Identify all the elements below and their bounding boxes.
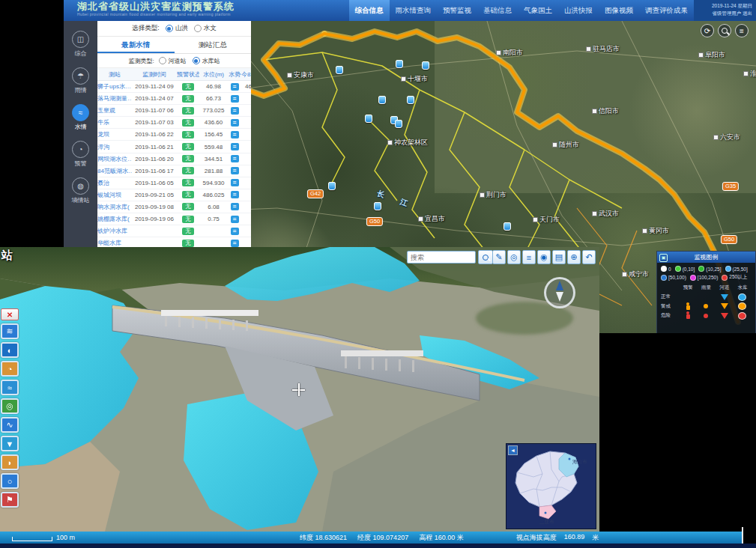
table-row[interactable]: 银城河坝 2019-09-21 05 无 486.025 = (97, 189, 251, 201)
search-input[interactable] (407, 251, 476, 264)
station-marker-icon[interactable] (407, 96, 414, 104)
compass[interactable] (544, 277, 575, 308)
legend-dot-icon (722, 275, 728, 281)
legend-title: 监视图例 (695, 253, 719, 261)
whirlpool-icon[interactable]: ◐ (1, 342, 19, 358)
flood-layer-icon[interactable]: ≋ (1, 323, 19, 339)
table-row[interactable]: 狮子ups水… 2019-11-24 09 无 46.98 = 46.99 (97, 81, 251, 93)
undo-icon[interactable]: ↶ (582, 250, 596, 264)
legend-drop-icon (738, 312, 746, 320)
legend-col: 预警 (679, 284, 697, 291)
table-row[interactable]: 龙坝 2019-11-06 22 无 156.45 = (97, 129, 251, 141)
minimap-toggle-icon[interactable]: ◄ (508, 445, 518, 455)
legend-header: ▣ 监视图例 (657, 252, 755, 263)
table-row[interactable]: 网坝湖水位… 2019-11-06 20 无 344.51 = (97, 153, 251, 165)
table-row[interactable]: 牛乐 2019-11-07 03 无 436.60 = (97, 117, 251, 129)
legend-dot-item: [100,250) (690, 274, 718, 281)
logout-link[interactable]: 退出 (743, 10, 752, 16)
table-row[interactable]: 响水洞水库( 2019-09-19 08 无 6.08 = (97, 201, 251, 213)
table-row[interactable]: 潭沟 2019-11-06 21 无 559.48 = (97, 141, 251, 153)
station-marker-icon[interactable] (328, 182, 336, 190)
table-row[interactable]: 84范畈湖水… 2019-11-06 17 无 281.88 = (97, 165, 251, 177)
nav-item[interactable]: 气象国土 (518, 0, 558, 21)
radio-option[interactable]: 水库站 (193, 57, 220, 65)
nav-item[interactable]: 图像视频 (599, 0, 639, 21)
status-badge: 无 (182, 216, 194, 223)
sidebar-item-label: 雨情 (75, 86, 87, 94)
天门市: 天门市 (533, 215, 560, 225)
legend-table-header: 预警 雨量 河道 水库 (661, 283, 752, 293)
ring-icon[interactable]: ○ (1, 473, 19, 489)
table-row[interactable]: 铁炉冲水库 无 = (97, 225, 251, 237)
search-icon[interactable] (718, 24, 731, 37)
station-marker-icon[interactable] (365, 115, 372, 123)
nav-item[interactable]: 综合信息 (349, 0, 390, 21)
flag-icon[interactable]: ⚑ (1, 492, 19, 508)
nav-item[interactable]: 调查评价成果 (639, 0, 694, 21)
panel-tab[interactable]: 最新水情 (97, 37, 175, 53)
search-button[interactable] (478, 250, 493, 264)
sidebar-item-rain[interactable]: ☂ 雨情 (64, 65, 97, 97)
sidebar-item-warning[interactable]: ◔ 预警 (64, 138, 97, 170)
status-badge: 无 (182, 143, 194, 150)
splash-icon[interactable]: ∿ (1, 417, 19, 433)
nav-item[interactable]: 山洪快报 (558, 0, 599, 21)
water-drop-icon[interactable]: ▼ (1, 436, 19, 451)
legend-row: 正常 (661, 293, 752, 302)
list-icon[interactable]: ≡ (522, 250, 536, 264)
viewer-3d-window[interactable]: 站 ✎◎≡◉▤⊕↶ ✕ ≋ ◐ ◔ ≈ (0, 247, 599, 532)
trend-badge: = (231, 167, 239, 174)
radio-option[interactable]: 河道站 (159, 57, 187, 65)
nav-item[interactable]: 基础信息 (477, 0, 518, 21)
layers-icon[interactable]: ≡ (735, 24, 749, 37)
legend-cell (697, 314, 715, 318)
table-row[interactable]: 落马湖测量… 2019-11-24 07 无 66.73 = (97, 93, 251, 105)
station-marker-icon[interactable] (504, 222, 511, 231)
nav-item[interactable]: 雨水情查询 (390, 0, 438, 21)
globe-icon[interactable]: ⊕ (567, 250, 581, 264)
sidebar-item-water[interactable]: ≈ 水情 (64, 102, 97, 133)
trend-badge: = (231, 119, 239, 127)
panel-tab[interactable]: 测站汇总 (175, 37, 252, 53)
sidebar-icon: ◫ (72, 31, 89, 48)
compass-south-needle-icon (556, 292, 563, 302)
station-marker-icon[interactable] (374, 202, 381, 210)
nav-item[interactable]: 预警监视 (437, 0, 477, 21)
radio-option[interactable]: 山洪 (166, 24, 188, 33)
viewer-side-tools: ≋ ◐ ◔ ≈ ◎ ∿ ▼ ◗ (1, 323, 19, 508)
radio-option[interactable]: 水文 (194, 24, 217, 33)
station-marker-icon[interactable] (378, 96, 386, 104)
table-row[interactable]: 聂治 2019-11-06 05 无 594.930 = (97, 177, 251, 189)
station-marker-icon[interactable] (396, 60, 403, 68)
sidebar-item-overview[interactable]: ◫ 综合 (64, 28, 97, 60)
南阳市: 南阳市 (496, 48, 523, 58)
trend-badge: = (231, 143, 239, 150)
station-marker-icon[interactable] (395, 120, 402, 128)
typhoon-icon[interactable]: ◔ (1, 361, 19, 377)
status-badge: 无 (182, 179, 194, 186)
station-marker-icon[interactable] (422, 61, 429, 70)
target-icon[interactable]: ◎ (1, 398, 19, 414)
table-row[interactable]: 姚棚露水库( 2019-09-19 06 无 0.75 = (97, 213, 251, 225)
legend-dot-icon (690, 275, 696, 281)
reset-view-icon[interactable]: ⟳ (701, 24, 714, 37)
trend-badge: = (231, 191, 239, 198)
trend-badge: = (231, 203, 239, 210)
G50: G50 (721, 235, 737, 244)
sidebar-item-label: 综合 (75, 49, 87, 58)
sidebar-item-soil[interactable]: ◍ 墒情站 (64, 175, 97, 207)
eye-icon[interactable]: ◉ (537, 250, 551, 264)
legend-cell (734, 293, 752, 301)
close-button[interactable]: ✕ (1, 308, 19, 320)
waves-icon[interactable]: ≈ (1, 380, 19, 395)
legend-cell (734, 312, 752, 320)
terrain-icon[interactable]: ◗ (1, 454, 19, 470)
station-marker-icon[interactable] (336, 66, 343, 74)
plot-edit-icon[interactable]: ✎ (492, 250, 506, 264)
table-row[interactable]: 玉皇观 2019-11-07 06 无 773.025 = (97, 105, 251, 117)
sidebar-icon: ◍ (72, 177, 89, 195)
legend-triangle-icon (721, 303, 728, 309)
overview-minimap[interactable]: ◄ 海口市 三亚市 (506, 444, 596, 529)
image-icon[interactable]: ▤ (552, 250, 566, 264)
camera-icon[interactable]: ◎ (507, 250, 521, 264)
